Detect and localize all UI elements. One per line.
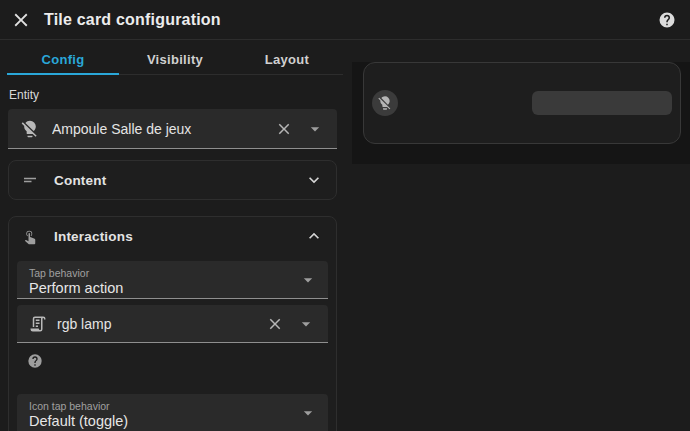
chevron-down-icon xyxy=(304,170,324,190)
dialog-title: Tile card configuration xyxy=(44,11,221,29)
tile-card-preview[interactable] xyxy=(363,62,681,144)
chevron-up-icon xyxy=(304,226,324,246)
tab-config-label: Config xyxy=(42,52,85,67)
tap-behavior-select[interactable]: Tap behavior Perform action xyxy=(17,261,328,299)
lightbulb-off-icon xyxy=(377,95,393,111)
icon-tap-behavior-value: Default (toggle) xyxy=(29,413,294,430)
help-button[interactable] xyxy=(658,11,676,29)
tab-bar: Config Visibility Layout xyxy=(7,44,343,75)
state-skeleton xyxy=(532,91,672,115)
icon-tap-behavior-select[interactable]: Icon tap behavior Default (toggle) xyxy=(17,394,328,431)
content-section-label: Content xyxy=(54,173,304,188)
entity-clear-icon[interactable] xyxy=(275,120,293,138)
tab-config[interactable]: Config xyxy=(7,44,119,74)
entity-picker-value: Ampoule Salle de jeux xyxy=(52,121,275,137)
text-short-icon xyxy=(21,171,39,189)
dialog-header: Tile card configuration xyxy=(0,0,690,40)
entity-label: Entity xyxy=(9,88,337,102)
config-column: Config Visibility Layout Entity Ampo xyxy=(0,40,345,431)
action-help-icon[interactable] xyxy=(27,353,43,369)
tap-behavior-caret-icon xyxy=(298,270,318,290)
preview-pane xyxy=(352,62,690,164)
tile-card-config-dialog: Tile card configuration Config Visibilit… xyxy=(0,0,690,431)
action-clear-icon[interactable] xyxy=(266,315,284,333)
help-circle-icon xyxy=(658,11,676,29)
lightbulb-off-icon xyxy=(20,119,40,139)
close-button[interactable] xyxy=(10,9,32,31)
tab-visibility-label: Visibility xyxy=(147,52,203,67)
script-text-icon xyxy=(29,315,47,333)
tap-behavior-label: Tap behavior xyxy=(29,267,294,279)
entity-picker[interactable]: Ampoule Salle de jeux xyxy=(8,109,337,149)
tile-icon-button[interactable] xyxy=(372,90,398,116)
interactions-body: Tap behavior Perform action rgb lamp xyxy=(9,261,336,431)
interactions-section-header[interactable]: Interactions xyxy=(9,217,336,255)
preview-column xyxy=(352,40,690,431)
content-section-header[interactable]: Content xyxy=(9,161,336,199)
icon-tap-behavior-label: Icon tap behavior xyxy=(29,400,294,412)
tab-visibility[interactable]: Visibility xyxy=(119,44,231,74)
action-picker-value: rgb lamp xyxy=(57,316,266,332)
content-section: Content xyxy=(8,160,337,200)
gesture-tap-icon xyxy=(21,227,39,245)
tap-behavior-value: Perform action xyxy=(29,280,294,297)
close-icon xyxy=(10,9,32,31)
action-picker[interactable]: rgb lamp xyxy=(17,305,328,343)
interactions-section: Interactions Tap behavior Perform action xyxy=(8,216,337,431)
tab-layout[interactable]: Layout xyxy=(231,44,343,74)
entity-caret-icon[interactable] xyxy=(305,119,325,139)
action-caret-icon[interactable] xyxy=(296,314,316,334)
dialog-body: Config Visibility Layout Entity Ampo xyxy=(0,40,690,431)
icon-tap-behavior-caret-icon xyxy=(298,403,318,423)
interactions-section-label: Interactions xyxy=(54,229,304,244)
active-tab-indicator xyxy=(7,73,119,75)
tab-layout-label: Layout xyxy=(265,52,309,67)
config-form: Entity Ampoule Salle de jeux xyxy=(0,75,345,431)
